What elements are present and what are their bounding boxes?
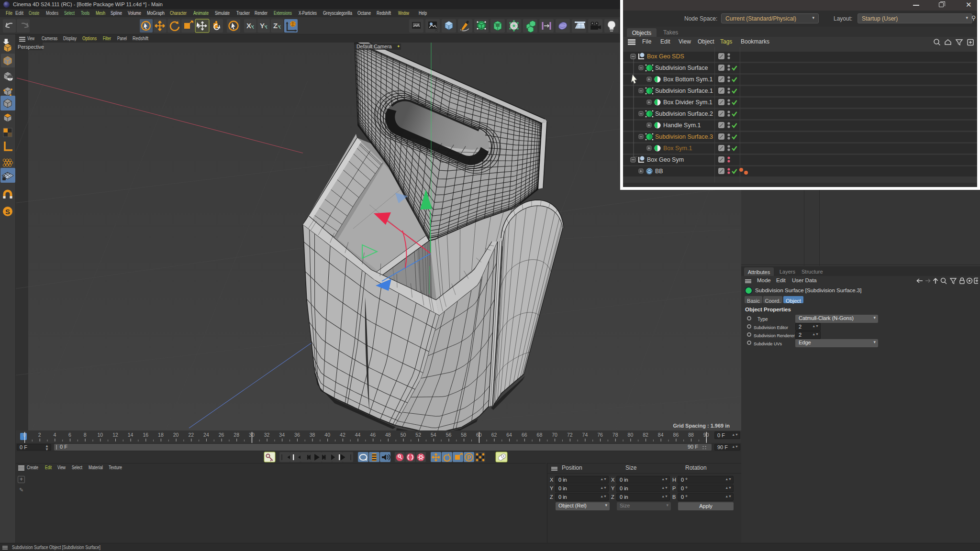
svg-text:32: 32 — [264, 432, 270, 438]
svg-text:88: 88 — [688, 432, 694, 438]
svg-text:Options: Options — [82, 36, 97, 41]
svg-text:28: 28 — [234, 432, 239, 438]
svg-text:Subdivision Surface.1: Subdivision Surface.1 — [655, 88, 713, 94]
svg-text:Handle Sym.1: Handle Sym.1 — [663, 122, 701, 129]
svg-text:Animate: Animate — [193, 11, 209, 16]
svg-text:Box Geo SDS: Box Geo SDS — [647, 53, 684, 60]
svg-text:Select: Select — [64, 11, 75, 16]
svg-text:36: 36 — [294, 432, 300, 438]
svg-text:34: 34 — [279, 432, 285, 438]
svg-text:Z: Z — [273, 22, 278, 30]
svg-text:P: P — [467, 454, 471, 461]
svg-text:Create: Create — [29, 11, 39, 16]
svg-text:58: 58 — [461, 432, 467, 438]
svg-text:Render: Render — [255, 11, 268, 16]
svg-text:Edit: Edit — [15, 11, 23, 16]
svg-text:84: 84 — [658, 432, 664, 438]
svg-text:Extensions: Extensions — [274, 11, 292, 16]
svg-text:18: 18 — [158, 432, 164, 438]
svg-text:54: 54 — [431, 432, 436, 438]
svg-text:76: 76 — [597, 432, 603, 438]
svg-text:2: 2 — [38, 432, 41, 438]
svg-text:Edit: Edit — [45, 465, 52, 470]
svg-text:86: 86 — [673, 432, 679, 438]
svg-text:42: 42 — [340, 432, 345, 438]
svg-text:8: 8 — [84, 432, 87, 438]
svg-text:Filter: Filter — [103, 36, 111, 41]
svg-text:56: 56 — [446, 432, 452, 438]
svg-text:View: View — [57, 465, 66, 470]
svg-text:Window: Window — [398, 11, 409, 16]
svg-text:Mesh: Mesh — [96, 11, 105, 16]
svg-text:16: 16 — [143, 432, 148, 438]
svg-text:Box Bottom Sym.1: Box Bottom Sym.1 — [663, 76, 713, 83]
svg-text:Volume: Volume — [128, 11, 141, 16]
svg-text:S: S — [5, 208, 10, 216]
svg-text:24: 24 — [203, 432, 209, 438]
svg-text:72: 72 — [567, 432, 573, 438]
svg-text:Texture: Texture — [109, 465, 122, 470]
svg-text:Greyscalegorilla: Greyscalegorilla — [323, 11, 352, 16]
svg-text:Help: Help — [419, 11, 427, 16]
svg-text:Spline: Spline — [111, 11, 122, 16]
svg-text:Subdivision Surface Object [Su: Subdivision Surface Object [Subdivision … — [12, 545, 100, 550]
svg-text:6: 6 — [68, 432, 71, 438]
svg-text:10: 10 — [97, 432, 103, 438]
svg-text:4: 4 — [53, 432, 56, 438]
svg-text:Character: Character — [170, 11, 187, 16]
svg-text:BB: BB — [655, 168, 663, 175]
svg-text:View: View — [27, 36, 35, 41]
svg-text:Create: Create — [27, 465, 38, 470]
svg-text:52: 52 — [415, 432, 421, 438]
svg-text:X: X — [246, 22, 251, 30]
svg-text:Redshift: Redshift — [133, 36, 148, 41]
svg-text:Subdivision Surface: Subdivision Surface — [655, 65, 708, 71]
svg-text:48: 48 — [385, 432, 391, 438]
svg-text:MoGraph: MoGraph — [147, 11, 165, 16]
svg-text:Tools: Tools — [81, 11, 89, 16]
svg-text:14: 14 — [128, 432, 134, 438]
svg-text:38: 38 — [310, 432, 315, 438]
svg-text:80: 80 — [628, 432, 634, 438]
svg-text:44: 44 — [355, 432, 361, 438]
svg-text:Display: Display — [63, 36, 77, 41]
svg-text:Panel: Panel — [117, 36, 127, 41]
svg-text:40: 40 — [324, 432, 330, 438]
svg-text:68: 68 — [537, 432, 543, 438]
svg-text:20: 20 — [173, 432, 179, 438]
svg-text:Redshift: Redshift — [377, 11, 391, 16]
svg-text:66: 66 — [522, 432, 527, 438]
svg-text:Cameras: Cameras — [42, 36, 57, 41]
svg-text:Subdivision Surface.3: Subdivision Surface.3 — [655, 133, 713, 140]
svg-text:Default Camera: Default Camera — [356, 44, 392, 49]
svg-text:Box Geo Sym: Box Geo Sym — [647, 156, 684, 163]
svg-text:70: 70 — [552, 432, 557, 438]
svg-text:12: 12 — [112, 432, 118, 438]
svg-text:Material: Material — [89, 465, 103, 470]
svg-text:26: 26 — [219, 432, 224, 438]
svg-text:Select: Select — [72, 465, 82, 470]
svg-text:74: 74 — [582, 432, 588, 438]
svg-text:✦: ✦ — [397, 44, 401, 49]
svg-text:Tracker: Tracker — [236, 11, 250, 16]
svg-text:Modes: Modes — [46, 11, 58, 16]
svg-text:Octane: Octane — [357, 11, 371, 16]
svg-text:46: 46 — [370, 432, 376, 438]
svg-text:50: 50 — [401, 432, 406, 438]
svg-text:X-Particles: X-Particles — [299, 11, 317, 16]
svg-text:82: 82 — [643, 432, 648, 438]
svg-text:78: 78 — [612, 432, 618, 438]
svg-text:22: 22 — [188, 432, 194, 438]
svg-text:Simulate: Simulate — [215, 11, 230, 16]
svg-text:Box Sym.1: Box Sym.1 — [663, 145, 692, 152]
svg-text:62: 62 — [491, 432, 497, 438]
svg-text:64: 64 — [506, 432, 512, 438]
svg-text:File: File — [6, 11, 12, 16]
svg-text:Box Divider Sym.1: Box Divider Sym.1 — [663, 99, 713, 106]
svg-text:Y: Y — [260, 22, 265, 30]
svg-text:Subdivision Surface.2: Subdivision Surface.2 — [655, 110, 713, 117]
